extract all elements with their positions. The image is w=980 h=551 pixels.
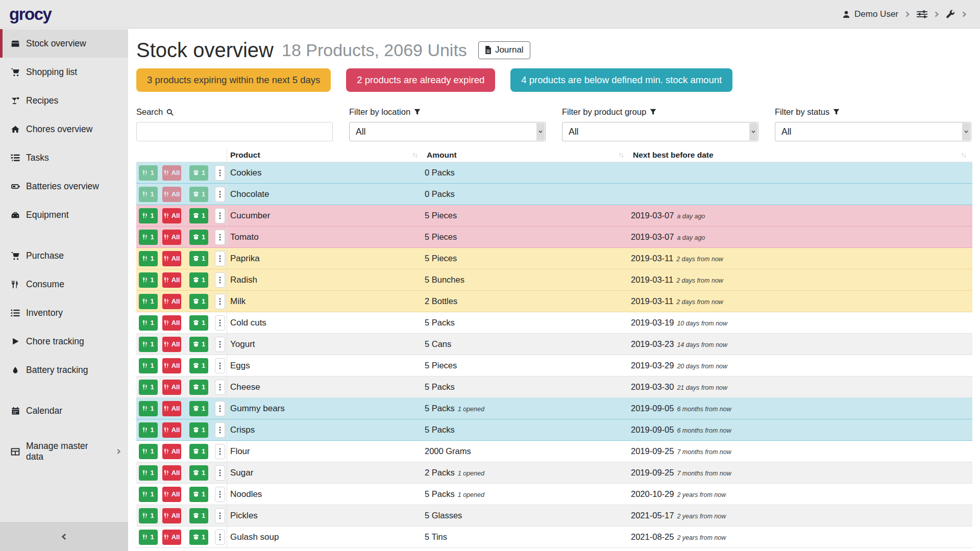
below-min-stock-badge[interactable]: 4 products are below defined min. stock … — [510, 68, 732, 92]
row-menu-button[interactable] — [215, 272, 225, 288]
sidebar-item-shopping-list[interactable]: Shopping list — [0, 58, 128, 86]
mark-opened-button[interactable]: 1 — [189, 337, 208, 352]
sidebar-item-purchase[interactable]: Purchase — [0, 241, 128, 270]
consume-all-button[interactable]: All — [162, 530, 181, 545]
expiring-products-badge[interactable]: 3 products expiring within the next 5 da… — [136, 68, 331, 92]
consume-all-button[interactable]: All — [162, 337, 181, 352]
row-menu-button[interactable] — [215, 444, 225, 459]
row-menu-button[interactable] — [215, 358, 225, 373]
mark-opened-button[interactable]: 1 — [189, 187, 208, 202]
row-menu-button[interactable] — [215, 337, 225, 352]
row-menu-button[interactable] — [215, 230, 225, 245]
sidebar-item-equipment[interactable]: Equipment — [0, 201, 128, 229]
consume-one-button[interactable]: 1 — [139, 508, 158, 523]
consume-one-button[interactable]: 1 — [139, 380, 158, 395]
best-before-column-header[interactable]: Next best before date ↑↓ — [630, 148, 972, 162]
product-group-select[interactable]: All — [562, 122, 758, 141]
mark-opened-button[interactable]: 1 — [189, 401, 208, 416]
mark-opened-button[interactable]: 1 — [189, 165, 208, 181]
sidebar-item-batteries-overview[interactable]: Batteries overview — [0, 172, 128, 201]
consume-one-button[interactable]: 1 — [139, 187, 158, 202]
sidebar-item-tasks[interactable]: Tasks — [0, 143, 128, 172]
consume-all-button[interactable]: All — [162, 508, 181, 523]
consume-all-button[interactable]: All — [162, 272, 181, 288]
grocy-logo[interactable]: grocy — [9, 6, 51, 22]
sidebar-item-recipes[interactable]: Recipes — [0, 86, 128, 115]
consume-all-button[interactable]: All — [162, 208, 181, 223]
consume-all-button[interactable]: All — [162, 380, 181, 395]
row-menu-button[interactable] — [215, 294, 225, 309]
consume-one-button[interactable]: 1 — [139, 465, 158, 481]
consume-one-button[interactable]: 1 — [139, 251, 158, 266]
consume-one-button[interactable]: 1 — [139, 487, 158, 502]
expired-products-badge[interactable]: 2 products are already expired — [346, 68, 495, 92]
amount-column-header[interactable]: Amount ↑↓ — [424, 148, 630, 162]
row-menu-button[interactable] — [215, 187, 225, 202]
consume-all-button[interactable]: All — [162, 401, 181, 416]
sidebar-item-consume[interactable]: Consume — [0, 270, 128, 298]
consume-all-button[interactable]: All — [162, 444, 181, 459]
mark-opened-button[interactable]: 1 — [189, 530, 208, 545]
mark-opened-button[interactable]: 1 — [189, 208, 208, 223]
mark-opened-button[interactable]: 1 — [189, 422, 208, 438]
consume-all-button[interactable]: All — [162, 358, 181, 373]
row-menu-button[interactable] — [215, 422, 225, 438]
sidebar-item-battery-tracking[interactable]: Battery tracking — [0, 356, 128, 384]
row-menu-button[interactable] — [215, 251, 225, 266]
consume-all-button[interactable]: All — [162, 230, 181, 245]
consume-one-button[interactable]: 1 — [139, 294, 158, 309]
mark-opened-button[interactable]: 1 — [189, 444, 208, 459]
sidebar-collapse-button[interactable] — [0, 522, 128, 551]
product-column-header[interactable]: Product ↑↓ — [227, 148, 424, 162]
row-menu-button[interactable] — [215, 315, 225, 331]
consume-one-button[interactable]: 1 — [139, 401, 158, 416]
consume-one-button[interactable]: 1 — [139, 165, 158, 181]
row-menu-button[interactable] — [215, 380, 225, 395]
admin-tools-button[interactable] — [946, 10, 955, 19]
mark-opened-button[interactable]: 1 — [189, 465, 208, 481]
consume-one-button[interactable]: 1 — [139, 208, 158, 223]
mark-opened-button[interactable]: 1 — [189, 294, 208, 309]
row-menu-button[interactable] — [215, 208, 225, 223]
mark-opened-button[interactable]: 1 — [189, 251, 208, 266]
status-select[interactable]: All — [775, 122, 971, 141]
row-menu-button[interactable] — [215, 508, 225, 523]
consume-one-button[interactable]: 1 — [139, 358, 158, 373]
user-menu-button[interactable]: Demo User — [842, 9, 898, 19]
consume-one-button[interactable]: 1 — [139, 272, 158, 288]
consume-one-button[interactable]: 1 — [139, 315, 158, 331]
sidebar-item-manage-master-data[interactable]: Manage master data — [0, 437, 128, 466]
row-menu-button[interactable] — [215, 487, 225, 502]
consume-all-button[interactable]: All — [162, 294, 181, 309]
mark-opened-button[interactable]: 1 — [189, 230, 208, 245]
sidebar-item-chores-overview[interactable]: Chores overview — [0, 115, 128, 143]
consume-all-button[interactable]: All — [162, 465, 181, 481]
consume-one-button[interactable]: 1 — [139, 422, 158, 438]
sidebar-item-inventory[interactable]: Inventory — [0, 298, 128, 327]
mark-opened-button[interactable]: 1 — [189, 315, 208, 331]
consume-all-button[interactable]: All — [162, 315, 181, 331]
consume-one-button[interactable]: 1 — [139, 230, 158, 245]
consume-all-button[interactable]: All — [162, 165, 181, 181]
journal-button[interactable]: Journal — [478, 41, 530, 59]
sidebar-item-stock-overview[interactable]: Stock overview — [0, 29, 128, 58]
mark-opened-button[interactable]: 1 — [189, 508, 208, 523]
consume-all-button[interactable]: All — [162, 487, 181, 502]
consume-one-button[interactable]: 1 — [139, 444, 158, 459]
row-menu-button[interactable] — [215, 465, 225, 481]
mark-opened-button[interactable]: 1 — [189, 272, 208, 288]
mark-opened-button[interactable]: 1 — [189, 358, 208, 373]
row-menu-button[interactable] — [215, 165, 225, 181]
sidebar-item-chore-tracking[interactable]: Chore tracking — [0, 327, 128, 356]
settings-menu-button[interactable] — [917, 10, 927, 19]
sidebar-item-calendar[interactable]: Calendar — [0, 396, 128, 425]
consume-all-button[interactable]: All — [162, 251, 181, 266]
consume-all-button[interactable]: All — [162, 422, 181, 438]
search-input[interactable] — [136, 122, 333, 141]
consume-one-button[interactable]: 1 — [139, 530, 158, 545]
mark-opened-button[interactable]: 1 — [189, 380, 208, 395]
consume-all-button[interactable]: All — [162, 187, 181, 202]
row-menu-button[interactable] — [215, 530, 225, 545]
location-select[interactable]: All — [349, 122, 546, 141]
row-menu-button[interactable] — [215, 401, 225, 416]
